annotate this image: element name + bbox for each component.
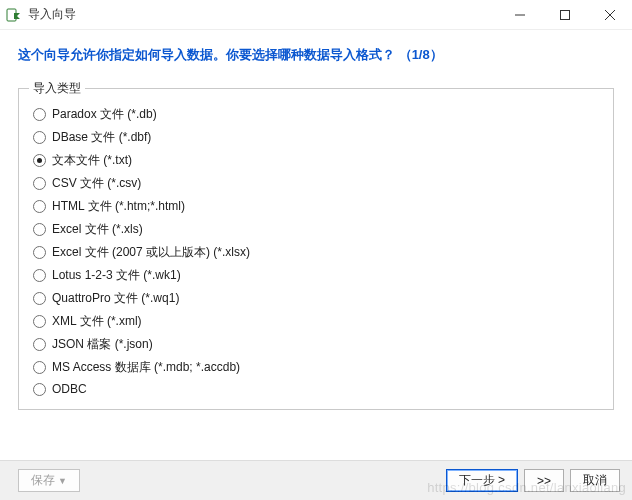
option-label: QuattroPro 文件 (*.wq1)	[52, 290, 179, 307]
svg-rect-2	[560, 10, 569, 19]
cancel-button[interactable]: 取消	[570, 469, 620, 492]
import-type-option[interactable]: HTML 文件 (*.htm;*.html)	[33, 195, 599, 218]
overflow-button-label: >>	[537, 474, 551, 488]
option-label: XML 文件 (*.xml)	[52, 313, 142, 330]
import-type-option[interactable]: XML 文件 (*.xml)	[33, 310, 599, 333]
radio-icon	[33, 269, 46, 282]
option-label: 文本文件 (*.txt)	[52, 152, 132, 169]
import-type-option[interactable]: MS Access 数据库 (*.mdb; *.accdb)	[33, 356, 599, 379]
import-type-option[interactable]: DBase 文件 (*.dbf)	[33, 126, 599, 149]
chevron-down-icon: ▼	[58, 476, 67, 486]
next-button[interactable]: 下一步 >	[446, 469, 518, 492]
window-title: 导入向导	[28, 6, 76, 23]
radio-icon	[33, 246, 46, 259]
option-label: JSON 檔案 (*.json)	[52, 336, 153, 353]
cancel-button-label: 取消	[583, 472, 607, 489]
import-type-option[interactable]: ODBC	[33, 379, 599, 399]
app-icon	[6, 7, 22, 23]
wizard-prompt: 这个向导允许你指定如何导入数据。你要选择哪种数据导入格式？ （1/8）	[0, 30, 632, 82]
option-label: CSV 文件 (*.csv)	[52, 175, 141, 192]
radio-icon	[33, 200, 46, 213]
overflow-button[interactable]: >>	[524, 469, 564, 492]
import-type-option[interactable]: QuattroPro 文件 (*.wq1)	[33, 287, 599, 310]
radio-icon	[33, 108, 46, 121]
radio-icon	[33, 223, 46, 236]
radio-icon	[33, 361, 46, 374]
save-button-label: 保存	[31, 472, 55, 489]
option-label: Paradox 文件 (*.db)	[52, 106, 157, 123]
import-type-option[interactable]: 文本文件 (*.txt)	[33, 149, 599, 172]
next-button-label: 下一步 >	[459, 472, 505, 489]
step-indicator: （1/8）	[399, 47, 443, 62]
import-type-group: 导入类型 Paradox 文件 (*.db)DBase 文件 (*.dbf)文本…	[18, 88, 614, 410]
prompt-text: 这个向导允许你指定如何导入数据。你要选择哪种数据导入格式？	[18, 47, 395, 62]
option-label: MS Access 数据库 (*.mdb; *.accdb)	[52, 359, 240, 376]
import-type-option[interactable]: Excel 文件 (*.xls)	[33, 218, 599, 241]
option-label: HTML 文件 (*.htm;*.html)	[52, 198, 185, 215]
radio-icon	[33, 292, 46, 305]
radio-icon	[33, 338, 46, 351]
close-button[interactable]	[587, 0, 632, 30]
radio-icon	[33, 315, 46, 328]
radio-icon	[33, 154, 46, 167]
option-label: ODBC	[52, 382, 87, 396]
maximize-button[interactable]	[542, 0, 587, 30]
radio-icon	[33, 177, 46, 190]
radio-icon	[33, 131, 46, 144]
import-type-option[interactable]: Paradox 文件 (*.db)	[33, 103, 599, 126]
import-type-option[interactable]: Lotus 1-2-3 文件 (*.wk1)	[33, 264, 599, 287]
minimize-button[interactable]	[497, 0, 542, 30]
footer: 保存 ▼ 下一步 > >> 取消	[0, 460, 632, 500]
titlebar: 导入向导	[0, 0, 632, 30]
group-label: 导入类型	[29, 80, 85, 97]
option-label: Lotus 1-2-3 文件 (*.wk1)	[52, 267, 181, 284]
options-list: Paradox 文件 (*.db)DBase 文件 (*.dbf)文本文件 (*…	[33, 103, 599, 399]
import-type-option[interactable]: Excel 文件 (2007 或以上版本) (*.xlsx)	[33, 241, 599, 264]
option-label: Excel 文件 (2007 或以上版本) (*.xlsx)	[52, 244, 250, 261]
save-button[interactable]: 保存 ▼	[18, 469, 80, 492]
option-label: Excel 文件 (*.xls)	[52, 221, 143, 238]
import-type-option[interactable]: JSON 檔案 (*.json)	[33, 333, 599, 356]
radio-icon	[33, 383, 46, 396]
import-type-option[interactable]: CSV 文件 (*.csv)	[33, 172, 599, 195]
option-label: DBase 文件 (*.dbf)	[52, 129, 151, 146]
